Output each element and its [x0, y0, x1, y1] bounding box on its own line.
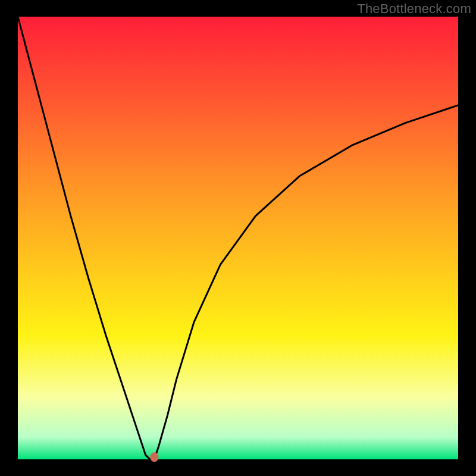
watermark-label: TheBottleneck.com [357, 1, 471, 17]
chart-container: TheBottleneck.com [0, 0, 476, 476]
optimum-marker [150, 452, 158, 462]
gradient-background [18, 17, 458, 459]
bottleneck-chart [0, 0, 476, 476]
